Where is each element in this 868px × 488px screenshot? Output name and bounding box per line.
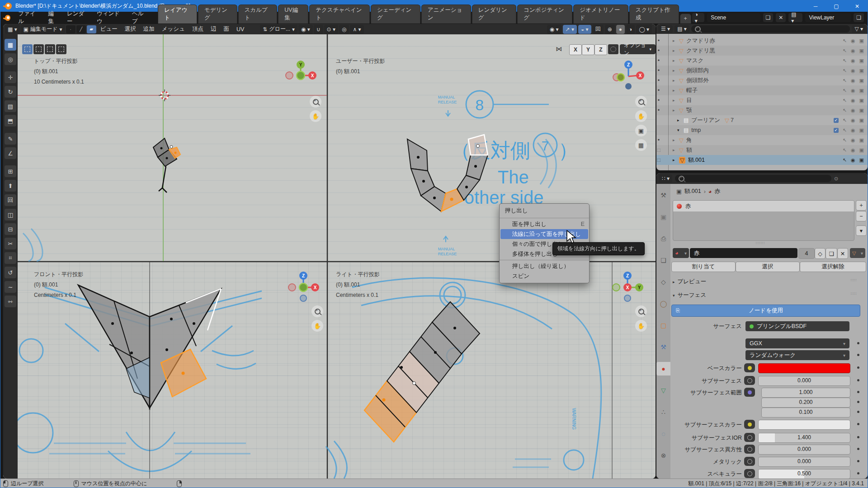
tab-compositing[interactable]: コンポジティング: [517, 5, 572, 23]
gizmo-toggle[interactable]: ↗ ▾: [563, 25, 577, 34]
subsurface-method-dropdown[interactable]: ランダムウォーク▾: [745, 350, 849, 360]
outliner-row[interactable]: •▸▽マスク↖◉▣: [656, 56, 868, 66]
close-button[interactable]: ✕: [847, 0, 868, 12]
scene-selector[interactable]: Scene: [707, 13, 760, 22]
viewport-body[interactable]: MANUAL RELEASE MANUAL RELEASE 8 7 10 （反対…: [3, 34, 656, 479]
menu-window[interactable]: ウィンドウ: [93, 10, 128, 25]
use-nodes-button[interactable]: ⎘ノードを使用: [671, 305, 860, 317]
tab-uv[interactable]: UV編集: [278, 5, 308, 23]
outliner-row-active[interactable]: ⬚▸▽額.001↖◉▣: [656, 155, 868, 165]
tab-layout[interactable]: レイアウト: [158, 5, 197, 23]
slot-specials-dropdown[interactable]: ▾: [856, 225, 867, 236]
outliner-collection-row[interactable]: ▾▤tmp✓↖◉▣: [656, 125, 868, 135]
tool-spin[interactable]: ↺: [5, 267, 16, 278]
outliner-row[interactable]: •▸▽目↖◉▣: [656, 95, 868, 105]
preview-panel-header[interactable]: ▸プレビュー: [673, 278, 706, 286]
add-workspace-button[interactable]: +: [680, 14, 691, 23]
maximize-button[interactable]: ▢: [826, 0, 847, 12]
users-count-button[interactable]: 4: [798, 248, 815, 259]
zoom-button[interactable]: [635, 96, 647, 108]
metallic-socket[interactable]: [744, 457, 755, 466]
pin-icon[interactable]: ⊙: [834, 176, 838, 182]
tool-poly-build[interactable]: ⌗: [5, 252, 16, 264]
snap-magnet-icon[interactable]: ∪: [314, 25, 323, 34]
nav-gizmo-user[interactable]: Z X: [610, 58, 645, 92]
ior-socket[interactable]: [744, 433, 755, 442]
face-select-button[interactable]: ▰: [87, 25, 96, 33]
outliner-row[interactable]: ⬚▸▽額↖◉▣: [656, 145, 868, 155]
subsurface-ior-slider[interactable]: 1.400: [758, 433, 850, 443]
tool-edge-slide[interactable]: ⇿: [5, 296, 16, 307]
select-box-extend-button[interactable]: [33, 44, 44, 54]
scene-copy-icon[interactable]: ❏: [763, 13, 774, 22]
tab-rendering[interactable]: レンダリング: [472, 5, 516, 23]
subsurface-color-swatch[interactable]: [758, 420, 850, 430]
outliner-row[interactable]: •▸▽顎↖◉▣: [656, 105, 868, 115]
vertex-select-button[interactable]: ∙: [66, 25, 75, 33]
menu-help[interactable]: ヘルプ: [128, 10, 152, 25]
tab-world[interactable]: ◯: [656, 297, 670, 310]
tool-loop-cut[interactable]: ⊟: [5, 223, 16, 235]
outliner-row[interactable]: •▸▽クマドリ黒↖◉▣: [656, 46, 868, 56]
select-button[interactable]: 選択: [736, 262, 800, 272]
subsurface-anisotropy-slider[interactable]: 0.000: [758, 445, 850, 455]
menu-edge[interactable]: 辺: [208, 25, 220, 33]
pan-hand-button[interactable]: ✋: [635, 320, 647, 332]
correct-face-attributes-button[interactable]: [608, 44, 618, 54]
tool-select-box[interactable]: ▦: [5, 39, 16, 51]
tab-scene[interactable]: ◇: [656, 275, 670, 289]
add-slot-button[interactable]: ＋: [856, 200, 867, 211]
tab-modeling[interactable]: モデリング: [198, 5, 237, 23]
blender-menu-icon[interactable]: [5, 15, 10, 21]
radius-y-field[interactable]: 0.200: [761, 398, 850, 408]
tab-geometry-nodes[interactable]: ジオメトリノード: [573, 5, 628, 23]
radius-x-field[interactable]: 1.000: [761, 388, 850, 398]
tool-smooth[interactable]: ∼: [5, 281, 16, 293]
outliner-row[interactable]: •▸▽側頭部外↖◉▣: [656, 75, 868, 85]
outliner-row[interactable]: •▸▽帽子↖◉▣: [656, 85, 868, 95]
display-mode-icon[interactable]: ▤ ▾: [675, 25, 689, 33]
zoom-button[interactable]: [635, 305, 647, 317]
camera-view-button[interactable]: ▣: [635, 125, 647, 136]
viewlayer-icon[interactable]: ▤ ▾: [788, 13, 802, 22]
outliner-collection-row[interactable]: ▸▤ブーリアン▽7✓↖◉▣: [656, 115, 868, 125]
scene-icon[interactable]: ◑ ▾: [692, 13, 704, 22]
link-mesh-dropdown[interactable]: ▽▾: [850, 248, 865, 258]
sss-color-socket[interactable]: [744, 420, 755, 429]
tab-sculpting[interactable]: スカルプト: [238, 5, 278, 23]
transform-orientation-dropdown[interactable]: ⇅ グロー... ▾: [260, 25, 297, 34]
surface-shader-dropdown[interactable]: プリンシプルBSDF: [745, 321, 849, 331]
specular-socket[interactable]: [744, 469, 755, 478]
tool-transform[interactable]: ⬒: [5, 115, 16, 127]
remove-slot-button[interactable]: −: [856, 211, 867, 221]
fake-user-shield-button[interactable]: ◇: [815, 248, 826, 259]
tool-rotate[interactable]: ↻: [5, 86, 16, 98]
snap-dropdown[interactable]: ⊙ ▾: [324, 25, 338, 34]
tool-bevel[interactable]: ◫: [5, 209, 16, 221]
pivot-point-dropdown[interactable]: ◉ ▾: [298, 25, 313, 34]
outliner-row[interactable]: •▸▽クマドリ赤↖◉▣: [656, 36, 868, 46]
material-browse-dropdown[interactable]: ◕▾: [673, 248, 689, 258]
mirror-y-button[interactable]: Y: [582, 44, 594, 55]
zoom-button[interactable]: [311, 305, 323, 317]
mirror-x-button[interactable]: X: [569, 44, 582, 55]
base-color-swatch[interactable]: [758, 363, 850, 373]
editor-type-icon[interactable]: ☰ ▾: [658, 25, 673, 33]
menu-select[interactable]: 選択: [122, 25, 139, 33]
menu-item-extrude-repeat[interactable]: 押し出し（繰り返し）: [500, 261, 588, 271]
edge-select-button[interactable]: ╱: [76, 25, 86, 33]
tab-tool[interactable]: ⚒: [656, 188, 670, 202]
tab-modifiers[interactable]: ⚒: [656, 340, 670, 354]
nav-gizmo-right[interactable]: Z Y X: [610, 270, 645, 304]
assign-button[interactable]: 割り当て: [671, 262, 736, 272]
proportional-edit-icon[interactable]: ◎: [339, 25, 349, 34]
shading-rendered-button[interactable]: ◯ ▾: [636, 25, 652, 34]
shading-solid-button[interactable]: ●: [616, 25, 625, 34]
tool-move[interactable]: ✛: [5, 71, 16, 83]
select-box-intersect-button[interactable]: [56, 44, 66, 54]
menu-edit[interactable]: 編集: [44, 10, 63, 25]
outliner-row[interactable]: •▸▽角↖◉▣: [656, 135, 868, 145]
tab-output[interactable]: ⎙: [656, 232, 670, 245]
nav-gizmo-top[interactable]: Y X: [283, 59, 318, 91]
tab-scripting[interactable]: スクリプト作成: [629, 5, 679, 23]
